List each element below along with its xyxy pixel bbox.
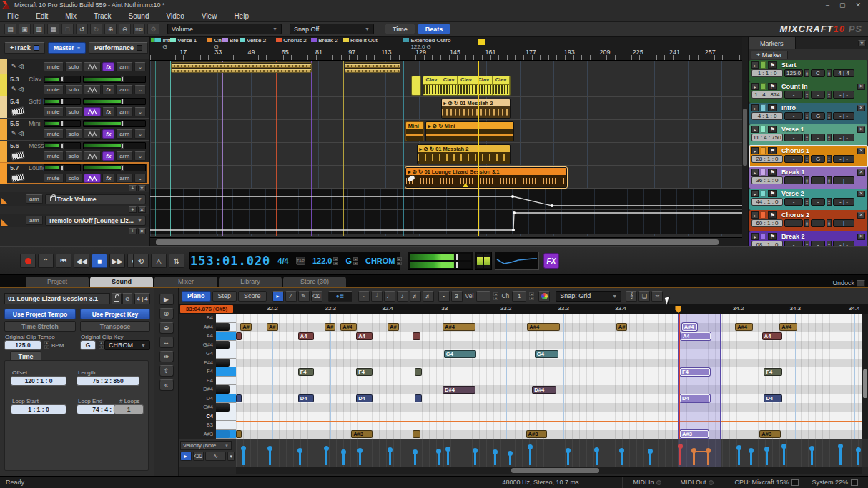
marker-key-field[interactable]: - <box>811 176 825 184</box>
measure-settings-icon[interactable]: ≍ <box>651 291 663 302</box>
velocity-stem[interactable] <box>529 447 531 465</box>
automation-param-select[interactable]: Track Volume▼ <box>45 194 146 204</box>
timeline-marker-verse-1[interactable]: Verse 1 <box>170 37 197 44</box>
offset-field[interactable]: 120 : 1 : 0 <box>11 376 66 386</box>
midi-note-as[interactable]: A# <box>267 323 278 331</box>
midi-note-as4[interactable]: A#4 <box>779 323 797 331</box>
velocity-stem[interactable] <box>857 449 859 465</box>
remove-lane-icon[interactable]: ✕ <box>138 185 146 191</box>
new-project-icon[interactable]: ▤ <box>4 24 16 34</box>
key-cap[interactable] <box>216 421 236 430</box>
scale-mode-select[interactable]: CHROM▼ <box>104 340 150 350</box>
collapse-panel-icon[interactable]: « <box>159 379 174 391</box>
marker-sig-field[interactable]: - | - <box>833 176 854 184</box>
menu-sound[interactable]: Sound <box>129 12 149 20</box>
midi-note-a4[interactable]: A4 <box>762 332 782 340</box>
rewind-button[interactable]: ◀◀ <box>74 254 89 268</box>
midi-note[interactable] <box>413 332 420 340</box>
delete-marker-icon[interactable]: ✕ <box>857 148 865 154</box>
piano-roll-tab-piano[interactable]: Piano <box>182 291 211 302</box>
marker-color-chip[interactable] <box>761 190 766 197</box>
fit-vertical-icon[interactable]: ⇳ <box>159 365 174 377</box>
length-field[interactable]: 75 : 2 : 850 <box>77 376 139 386</box>
marker-key-field[interactable]: G <box>811 155 825 163</box>
piano-key-d4[interactable]: D4 <box>179 394 236 404</box>
marker-color-chip[interactable] <box>761 126 766 133</box>
velocity-stem[interactable] <box>509 453 511 465</box>
key-spinner[interactable]: ▲▼ <box>353 257 358 265</box>
channel-spinner[interactable]: ▲▼ <box>529 292 534 300</box>
add-lane-icon[interactable]: + <box>129 228 137 234</box>
track-header-5.6[interactable]: 5.6Messiah 2mutesolofxarm⌄ <box>0 140 149 162</box>
piano-key-gs4[interactable]: G#4 <box>179 341 236 350</box>
mute-button[interactable]: mute <box>44 62 64 71</box>
marker-color-chip[interactable] <box>761 104 766 111</box>
zoom-out-icon[interactable]: ⊖ <box>119 24 131 34</box>
delete-marker-icon[interactable]: ✕ <box>857 191 865 197</box>
midi-note[interactable] <box>413 430 420 438</box>
pan-slider[interactable] <box>44 164 81 171</box>
delete-marker-icon[interactable]: ✕ <box>857 212 865 219</box>
velocity-stems-area[interactable] <box>236 439 862 467</box>
expand-icon[interactable]: ▸ <box>751 233 759 240</box>
undock-label[interactable]: Undock <box>832 279 854 287</box>
arm-button[interactable]: arm <box>116 62 133 71</box>
clef-display-icon[interactable]: 𝄞 <box>626 291 637 302</box>
triplet-icon[interactable]: 3 <box>451 291 463 302</box>
marker-sig-field[interactable]: 4 | 4 <box>833 69 854 77</box>
clav-clip-cell[interactable]: Clav <box>493 76 510 95</box>
arm-button[interactable]: arm <box>116 107 133 116</box>
marker-tempo-field[interactable]: - <box>784 198 803 206</box>
track-header-5.3[interactable]: 5.3Clav✎ ◁)mutesolofxarm⌄ <box>0 74 149 96</box>
pan-slider[interactable] <box>44 142 81 149</box>
delete-marker-icon[interactable]: ✕ <box>857 84 865 90</box>
tempo-spinner[interactable]: ▲▼ <box>804 112 809 120</box>
velocity-curve-tool-icon[interactable]: ∿ <box>205 452 226 461</box>
marker-position-field[interactable]: 28 : 1 : 0 <box>751 155 783 163</box>
mute-button[interactable]: mute <box>44 107 64 116</box>
tab-store30[interactable]: Store (30) <box>283 277 346 287</box>
lane-arm-button[interactable]: arm <box>26 194 43 204</box>
midi-note-f4[interactable]: F4 <box>298 368 315 376</box>
messiah2-midi-clip-b[interactable]: ▸ ⊘ ↻ 01 Messiah 2 <box>417 144 511 164</box>
fx-button[interactable]: fx <box>102 151 114 161</box>
velocity-stem[interactable] <box>649 451 651 465</box>
orig-key-field[interactable]: G <box>80 340 96 350</box>
midi-note-g4[interactable]: G4 <box>444 350 477 358</box>
solo-button[interactable]: solo <box>65 151 83 161</box>
maximize-button[interactable]: ▢ <box>839 1 846 9</box>
piano-key-f4[interactable]: F4 <box>179 367 236 377</box>
midi-note[interactable] <box>236 394 242 402</box>
step-record-icon[interactable]: ●≣ <box>328 291 352 302</box>
mute-button[interactable]: mute <box>44 174 64 183</box>
expand-icon[interactable]: ▸ <box>751 104 759 111</box>
tab-mixer[interactable]: Mixer <box>154 277 217 287</box>
menu-video[interactable]: Video <box>166 12 184 20</box>
transpose-button[interactable]: Transpose <box>80 321 150 332</box>
marker-tempo-field[interactable]: - <box>784 91 803 99</box>
clip-signature-badge[interactable]: 4 | 4 <box>134 293 150 304</box>
piano-key-ds4[interactable]: D#4 <box>179 385 236 394</box>
menu-mix[interactable]: Mix <box>65 12 77 20</box>
midi-note-as4[interactable]: A#4 <box>527 323 560 331</box>
track-menu-chevron-icon[interactable]: ⌄ <box>134 107 146 116</box>
midi-note-as3[interactable]: A#3 <box>351 430 373 438</box>
record-button[interactable] <box>20 254 36 268</box>
track-menu-chevron-icon[interactable]: ⌄ <box>134 174 146 183</box>
thirtysecond-note-icon[interactable]: ♬ <box>423 291 434 302</box>
piano-roll-h-scrollbar[interactable] <box>236 467 862 474</box>
piano-key-as3[interactable]: A#3 <box>179 430 236 439</box>
flag-icon[interactable]: ⚑ <box>768 83 777 90</box>
volume-slider[interactable] <box>83 142 146 149</box>
close-icon[interactable]: ✕ <box>858 40 866 46</box>
key-spinner[interactable]: ▲▼ <box>827 112 832 120</box>
tap-tempo-button[interactable]: TAP <box>296 257 305 265</box>
solo-button[interactable]: solo <box>65 129 83 139</box>
midi-note-a4[interactable]: A4 <box>356 332 373 340</box>
piano-key-as4[interactable]: A#4 <box>179 323 236 332</box>
midi-note-as[interactable]: A# <box>325 323 336 331</box>
midi-note-f4[interactable]: F4 <box>680 368 710 376</box>
arrangement-h-scrollbar[interactable] <box>150 237 742 246</box>
velocity-stem[interactable] <box>839 446 842 465</box>
mute-clip-icon[interactable]: ⊘ <box>122 293 132 304</box>
